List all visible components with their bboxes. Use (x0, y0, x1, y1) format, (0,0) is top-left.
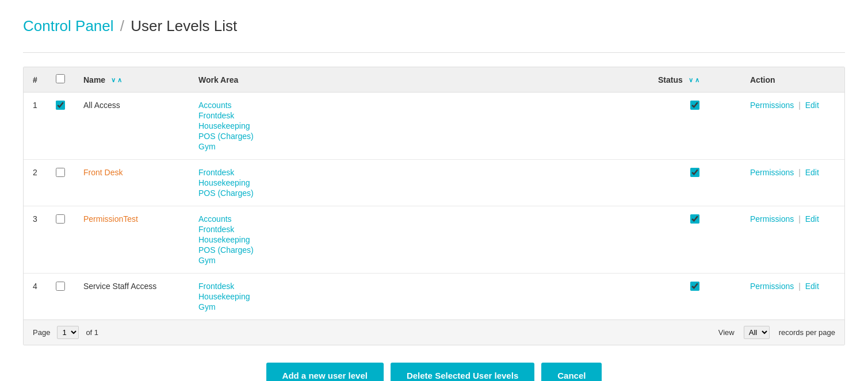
work-area-item: Frontdesk (198, 282, 640, 291)
of-label: of 1 (86, 328, 98, 337)
row-action: Permissions | Edit (741, 160, 844, 206)
col-select-all (47, 67, 74, 93)
row-status (649, 160, 741, 206)
status-sort-desc[interactable]: ∧ (695, 76, 699, 84)
breadcrumb: Control Panel / User Levels List (23, 17, 845, 35)
work-area-item: Accounts (198, 214, 640, 224)
work-area-item: Gym (198, 142, 640, 151)
row-name: PermissionTest (74, 206, 189, 274)
row-name: Service Staff Access (74, 274, 189, 320)
table-header-row: # Name ∨ ∧ Work Area Status (24, 67, 844, 93)
row-status (649, 93, 741, 160)
buttons-row: Add a new user level Delete Selected Use… (23, 363, 845, 381)
col-num: # (24, 67, 47, 93)
status-checkbox[interactable] (690, 101, 699, 110)
work-area-item: Gym (198, 302, 640, 311)
row-num: 1 (24, 93, 47, 160)
col-name-header: Name ∨ ∧ (74, 67, 189, 93)
row-checkbox-cell (47, 93, 74, 160)
work-area-item: POS (Charges) (198, 245, 640, 255)
col-status-header: Status ∨ ∧ (649, 67, 741, 93)
row-checkbox-cell (47, 206, 74, 274)
work-area-item: Accounts (198, 101, 640, 110)
row-work-area: FrontdeskHousekeepingPOS (Charges) (189, 160, 649, 206)
col-action-header: Action (741, 67, 844, 93)
work-area-item: Frontdesk (198, 111, 640, 120)
delete-selected-button[interactable]: Delete Selected User levels (391, 363, 534, 381)
edit-link[interactable]: Edit (805, 101, 819, 110)
name-sort-icons: ∨ ∧ (111, 76, 122, 84)
table-row: 3PermissionTestAccountsFrontdeskHousekee… (24, 206, 844, 274)
row-name: All Access (74, 93, 189, 160)
edit-link[interactable]: Edit (805, 168, 819, 177)
row-num: 3 (24, 206, 47, 274)
work-area-item: Housekeeping (198, 121, 640, 130)
name-sort-asc[interactable]: ∨ (111, 76, 116, 84)
page-label: Page (33, 328, 50, 337)
table-body: 1All AccessAccountsFrontdeskHousekeeping… (24, 93, 844, 320)
row-action: Permissions | Edit (741, 93, 844, 160)
work-area-item: Gym (198, 256, 640, 265)
permissions-link[interactable]: Permissions (750, 101, 794, 110)
edit-link[interactable]: Edit (805, 214, 819, 224)
row-work-area: AccountsFrontdeskHousekeepingPOS (Charge… (189, 206, 649, 274)
row-checkbox[interactable] (56, 282, 65, 291)
work-area-item: Housekeeping (198, 235, 640, 244)
row-checkbox[interactable] (56, 101, 65, 110)
row-work-area: AccountsFrontdeskHousekeepingPOS (Charge… (189, 93, 649, 160)
work-area-item: POS (Charges) (198, 188, 640, 198)
page-wrapper: Control Panel / User Levels List # Name … (0, 0, 868, 381)
view-select[interactable]: All 10 25 50 (744, 326, 770, 339)
permissions-link[interactable]: Permissions (750, 282, 794, 291)
work-area-item: POS (Charges) (198, 132, 640, 141)
work-area-item: Housekeeping (198, 292, 640, 301)
row-checkbox-cell (47, 160, 74, 206)
action-separator: | (796, 214, 802, 224)
work-area-item: Frontdesk (198, 168, 640, 177)
status-checkbox[interactable] (690, 168, 699, 177)
breadcrumb-cp-link[interactable]: Control Panel (23, 17, 114, 34)
action-separator: | (796, 101, 802, 110)
divider (23, 52, 845, 53)
add-user-level-button[interactable]: Add a new user level (266, 363, 384, 381)
row-num: 4 (24, 274, 47, 320)
name-sort-desc[interactable]: ∧ (117, 76, 122, 84)
table-row: 4Service Staff AccessFrontdeskHousekeepi… (24, 274, 844, 320)
action-separator: | (796, 282, 802, 291)
row-checkbox[interactable] (56, 214, 65, 224)
user-levels-table: # Name ∨ ∧ Work Area Status (24, 67, 844, 320)
table-container: # Name ∨ ∧ Work Area Status (23, 67, 845, 345)
page-select[interactable]: 1 (57, 326, 79, 339)
cancel-button[interactable]: Cancel (541, 363, 602, 381)
row-action: Permissions | Edit (741, 206, 844, 274)
row-action: Permissions | Edit (741, 274, 844, 320)
status-checkbox[interactable] (690, 214, 699, 224)
table-footer: Page 1 of 1 View All 10 25 50 records pe… (24, 320, 844, 345)
row-work-area: FrontdeskHousekeepingGym (189, 274, 649, 320)
row-status (649, 274, 741, 320)
select-all-checkbox[interactable] (56, 74, 65, 83)
status-sort-asc[interactable]: ∨ (689, 76, 693, 84)
row-name: Front Desk (74, 160, 189, 206)
status-sort-icons: ∨ ∧ (689, 76, 699, 84)
work-area-item: Housekeeping (198, 178, 640, 187)
table-row: 2Front DeskFrontdeskHousekeepingPOS (Cha… (24, 160, 844, 206)
breadcrumb-separator: / (120, 17, 124, 34)
table-row: 1All AccessAccountsFrontdeskHousekeeping… (24, 93, 844, 160)
row-status (649, 206, 741, 274)
row-checkbox-cell (47, 274, 74, 320)
view-label: View (718, 328, 735, 337)
row-num: 2 (24, 160, 47, 206)
work-area-item: Frontdesk (198, 225, 640, 234)
permissions-link[interactable]: Permissions (750, 168, 794, 177)
breadcrumb-page-label: User Levels List (131, 17, 237, 34)
records-label: records per page (779, 328, 835, 337)
action-separator: | (796, 168, 802, 177)
status-checkbox[interactable] (690, 282, 699, 291)
col-workarea-header: Work Area (189, 67, 649, 93)
edit-link[interactable]: Edit (805, 282, 819, 291)
permissions-link[interactable]: Permissions (750, 214, 794, 224)
row-checkbox[interactable] (56, 168, 65, 177)
